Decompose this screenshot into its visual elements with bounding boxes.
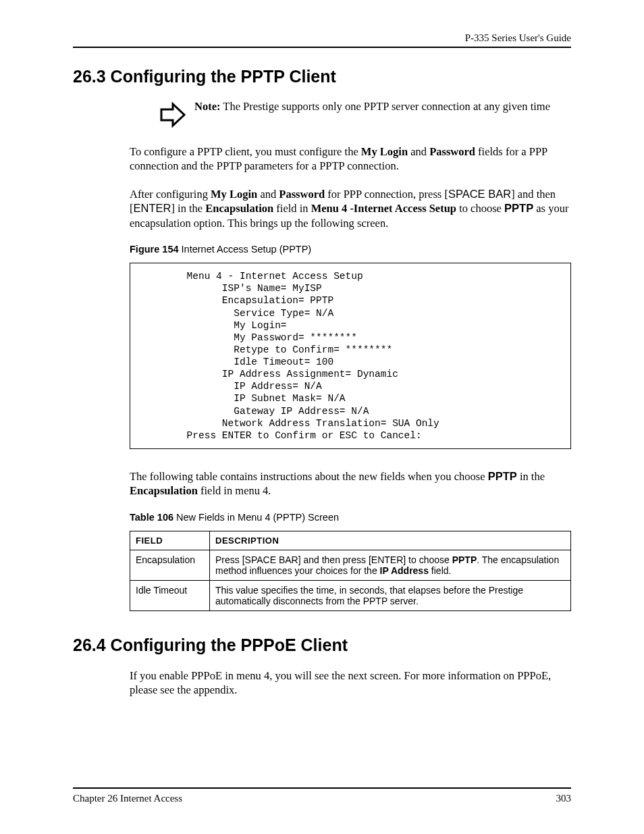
bold: Menu 4 -Internet Access Setup bbox=[311, 202, 456, 215]
page-footer: Chapter 26 Internet Access 303 bbox=[73, 787, 571, 804]
figure-154-label: Figure 154 Internet Access Setup (PPTP) bbox=[130, 244, 571, 255]
figure-caption: Internet Access Setup (PPTP) bbox=[179, 244, 312, 255]
table-head-row: FIELD DESCRIPTION bbox=[130, 531, 571, 550]
table-106-label: Table 106 New Fields in Menu 4 (PPTP) Sc… bbox=[130, 512, 571, 523]
bold: My Login bbox=[361, 145, 408, 158]
text: for PPP connection, press [ bbox=[325, 188, 448, 201]
cell-description: This value specifies the time, in second… bbox=[210, 580, 571, 610]
bold: Encapsulation bbox=[205, 202, 273, 215]
bold: PPTP bbox=[504, 202, 533, 214]
bold: PPTP bbox=[488, 470, 517, 482]
text: To configure a PPTP client, you must con… bbox=[130, 145, 361, 158]
bold: Password bbox=[429, 145, 475, 158]
table-row: Encapsulation Press [SPACE BAR] and then… bbox=[130, 550, 571, 580]
para-config-pptp-2: After configuring My Login and Password … bbox=[130, 187, 571, 230]
text: field in bbox=[273, 202, 311, 215]
text: field. bbox=[429, 565, 451, 576]
bold: My Login bbox=[211, 188, 257, 201]
para-pppoe-intro: If you enable PPPoE in menu 4, you will … bbox=[130, 669, 571, 698]
para-table-intro: The following table contains instruction… bbox=[130, 469, 571, 498]
text: and bbox=[257, 188, 279, 201]
note-body: The Prestige supports only one PPTP serv… bbox=[220, 100, 550, 113]
note-text: Note: The Prestige supports only one PPT… bbox=[194, 100, 550, 114]
note-bold-prefix: Note: bbox=[194, 100, 220, 113]
table-row: Idle Timeout This value specifies the ti… bbox=[130, 580, 571, 610]
header-rule bbox=[73, 47, 571, 48]
bold: Password bbox=[279, 188, 325, 201]
text: in the bbox=[517, 470, 545, 483]
cell-field: Idle Timeout bbox=[130, 580, 210, 610]
table-number: Table 106 bbox=[130, 512, 173, 523]
note-block: Note: The Prestige supports only one PPT… bbox=[159, 100, 571, 128]
text: and bbox=[408, 145, 429, 158]
section-26-3-title: 26.3 Configuring the PPTP Client bbox=[73, 67, 571, 86]
bold: IP Address bbox=[380, 565, 429, 576]
note-arrow-icon bbox=[159, 101, 186, 128]
footer-rule bbox=[73, 787, 571, 789]
table-caption: New Fields in Menu 4 (PPTP) Screen bbox=[173, 512, 339, 523]
keycap: ENTER bbox=[134, 202, 171, 214]
figure-number: Figure 154 bbox=[130, 244, 179, 255]
text: field in menu 4. bbox=[198, 484, 271, 497]
cell-description: Press [SPACE BAR] and then press [ENTER]… bbox=[210, 550, 571, 580]
header-guide-title: P-335 Series User's Guide bbox=[73, 32, 571, 44]
para-config-pptp-1: To configure a PPTP client, you must con… bbox=[130, 145, 571, 174]
table-106: FIELD DESCRIPTION Encapsulation Press [S… bbox=[130, 531, 571, 611]
footer-chapter: Chapter 26 Internet Access bbox=[73, 793, 182, 804]
text: The following table contains instruction… bbox=[130, 470, 488, 483]
keycap: SPACE BAR bbox=[448, 188, 511, 200]
th-description: DESCRIPTION bbox=[210, 531, 571, 550]
section-26-4-title: 26.4 Configuring the PPPoE Client bbox=[73, 635, 571, 655]
cell-field: Encapsulation bbox=[130, 550, 210, 580]
menu-4-pptp-screen: Menu 4 - Internet Access Setup ISP's Nam… bbox=[130, 263, 571, 449]
text: After configuring bbox=[130, 188, 211, 201]
bold: PPTP bbox=[452, 554, 477, 565]
text: to choose bbox=[456, 202, 504, 215]
text: ] in the bbox=[171, 202, 205, 215]
text: Press [SPACE BAR] and then press [ENTER]… bbox=[215, 554, 452, 565]
bold: Encapsulation bbox=[130, 484, 198, 497]
footer-page-number: 303 bbox=[556, 793, 572, 804]
th-field: FIELD bbox=[130, 531, 210, 550]
